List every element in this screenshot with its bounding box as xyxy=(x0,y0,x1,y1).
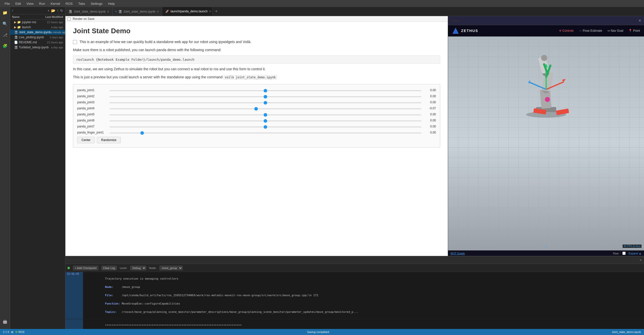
menu-help[interactable]: Help xyxy=(105,1,117,6)
file-item-turtlebot[interactable]: 📓Turtlebot_teleop.ipynb a day ago xyxy=(10,45,65,50)
center-button[interactable]: Center xyxy=(77,137,95,143)
node-label: Node: xyxy=(149,266,156,270)
pose-estimate-icon: → xyxy=(579,29,582,32)
sidebar-icon-robot[interactable]: 🤖 xyxy=(2,318,9,325)
menu-run[interactable]: Run xyxy=(36,1,48,6)
file-item-joint-state[interactable]: 📓Joint_state_demo.ipynb a minute ago xyxy=(10,30,65,35)
tab-label-3: launch/panda_demo.launch xyxy=(171,10,208,13)
ros-log-close-icon[interactable]: × xyxy=(640,258,641,262)
file-item-launch[interactable]: ▶ 📁launch a day ago xyxy=(10,25,65,30)
clear-log-button[interactable]: Clear Log xyxy=(101,266,117,270)
log-timestamp-1: 15:56:45 xyxy=(65,272,83,319)
joint-slider-container-5 xyxy=(109,119,421,122)
notebook-content: Joint State Demo This is an example of h… xyxy=(65,22,448,256)
joint-slider-6[interactable] xyxy=(109,126,421,127)
menu-edit[interactable]: Edit xyxy=(13,1,23,6)
menu-settings[interactable]: Settings xyxy=(88,1,105,6)
tabs-bar: 📓 Joint_state_demo.ipynb × ● 📓 Joint_sta… xyxy=(65,7,644,16)
joint-value-3: -0.07 xyxy=(423,107,436,110)
sidebar-icon-git[interactable]: ⎇ xyxy=(2,31,9,38)
new-tab-button[interactable]: + xyxy=(213,7,220,16)
file-item-live-plotting[interactable]: 📓Live_plotting.ipynb 2 days ago xyxy=(10,35,65,40)
randomize-button[interactable]: Randomize xyxy=(97,137,121,143)
joint-slider-container-0 xyxy=(109,88,421,92)
add-view-button[interactable]: + xyxy=(545,244,547,248)
widget-buttons: Center Randomize xyxy=(77,137,436,143)
menu-tabs[interactable]: Tabs xyxy=(76,1,88,6)
joint-row-4: panda_joint5 0.00 xyxy=(77,113,436,116)
zethus-viewport[interactable]: 40 FPS (0.41s) + xyxy=(448,37,644,250)
md-icon: 📄 xyxy=(14,41,18,44)
point-tool[interactable]: 📍 Point xyxy=(628,29,640,32)
folder-icon: ▶ 📁 xyxy=(14,20,21,24)
zethus-footer: RQT Graph Raw: Expand ▲ xyxy=(448,250,644,256)
file-item-jupyter-ros[interactable]: ▶ 📁jupyter-ros 21 hours ago xyxy=(10,20,65,25)
render-on-save-label: Render on Save xyxy=(73,17,95,21)
joint-slider-3[interactable] xyxy=(109,108,421,109)
joint-slider-container-7 xyxy=(109,131,421,134)
level-label: Level: xyxy=(120,266,127,270)
nav-goal-label: Nav Goal xyxy=(611,29,623,32)
tab-label-1: Joint_state_demo.ipynb xyxy=(74,10,106,13)
menu-view[interactable]: View xyxy=(24,1,36,6)
raw-label: Raw: xyxy=(613,252,619,255)
upload-icon[interactable]: ↑ xyxy=(57,9,59,13)
file-panel-header: / + 📂 ↑ ↻ xyxy=(10,7,65,14)
zethus-titlebar: Zethus × xyxy=(448,16,644,25)
notebook-icon-2: 📓 xyxy=(14,36,18,39)
zethus-panel-close[interactable]: × xyxy=(639,18,641,23)
tab-close-2[interactable]: × xyxy=(157,10,159,14)
statusbar-counts: 2 1 0 xyxy=(3,330,9,333)
render-on-save-checkbox[interactable] xyxy=(67,17,71,21)
joint-slider-5[interactable] xyxy=(109,120,421,121)
joint-value-4: 0.00 xyxy=(423,113,436,116)
file-item-readme[interactable]: 📄README.md 21 hours ago xyxy=(10,40,65,45)
tab-icon-2: 📓 xyxy=(118,10,122,13)
refresh-icon[interactable]: ↻ xyxy=(60,9,63,13)
joint-label-4: panda_joint5 xyxy=(77,113,107,116)
new-file-icon[interactable]: + xyxy=(48,9,50,13)
joint-row-2: panda_joint3 0.00 xyxy=(77,100,436,104)
sidebar-icon-search[interactable]: 🔍 xyxy=(2,20,9,27)
sidebar-icon-folder[interactable]: 📁 xyxy=(2,9,9,16)
sidebar-icon-extensions[interactable]: 🧩 xyxy=(2,42,9,49)
zethus-logo-icon xyxy=(452,27,459,34)
tab-icon-1: 📓 xyxy=(68,10,72,13)
nav-goal-icon: ⇒ xyxy=(607,29,610,32)
current-file: Joint_state_demo.ipynb xyxy=(612,330,641,333)
joint-value-6: 0.00 xyxy=(423,125,436,128)
nav-goal-tool[interactable]: ⇒ Nav Goal xyxy=(607,29,623,32)
level-select[interactable]: Debug xyxy=(130,266,146,270)
node-select[interactable]: move_group xyxy=(159,266,183,270)
joint-row-1: panda_joint2 0.00 xyxy=(77,94,436,98)
joint-widget: panda_joint1 0.00 panda_joint2 0.00 pand… xyxy=(73,84,440,148)
joint-slider-1[interactable] xyxy=(109,96,421,97)
add-checkpoint-button[interactable]: + Add Checkpoint xyxy=(73,266,98,270)
col-modified: Last Modified xyxy=(45,15,63,18)
tab-close-1[interactable]: × xyxy=(107,10,109,14)
menu-kernel[interactable]: Kernel xyxy=(48,1,63,6)
joint-slider-0[interactable] xyxy=(109,90,421,91)
tab-icon-3: 🚀 xyxy=(165,10,169,13)
controls-tool[interactable]: ✛ Controls xyxy=(559,29,574,32)
tab-joint-state-2[interactable]: ● 📓 Joint_state_demo.ipynb × xyxy=(112,7,162,16)
raw-checkbox[interactable] xyxy=(622,252,626,255)
tab-close-3[interactable]: × xyxy=(209,9,211,13)
menu-file[interactable]: File xyxy=(2,1,12,6)
joint-slider-container-4 xyxy=(109,113,421,116)
ros-log-toolbar: + Add Checkpoint Clear Log Level: Debug … xyxy=(65,264,644,272)
new-folder-icon[interactable]: 📂 xyxy=(51,9,55,13)
menu-ros[interactable]: ROS xyxy=(63,1,75,6)
joint-slider-4[interactable] xyxy=(109,114,421,115)
zethus-panel: Zethus × ZETHUS ✛ Co xyxy=(448,16,644,256)
pose-estimate-tool[interactable]: → Pose Estimate xyxy=(579,29,602,32)
tab-joint-state-1[interactable]: 📓 Joint_state_demo.ipynb × xyxy=(65,7,112,16)
ros-status-dot xyxy=(67,267,70,269)
svg-point-9 xyxy=(541,55,547,61)
rqt-graph-link[interactable]: RQT Graph xyxy=(451,252,465,255)
menubar: File Edit View Run Kernel ROS Tabs Setti… xyxy=(0,0,644,7)
joint-slider-7[interactable] xyxy=(109,132,421,133)
tab-panda-launch[interactable]: 🚀 launch/panda_demo.launch × xyxy=(162,7,213,16)
expand-label[interactable]: Expand ▲ xyxy=(629,252,641,255)
joint-slider-2[interactable] xyxy=(109,102,421,103)
